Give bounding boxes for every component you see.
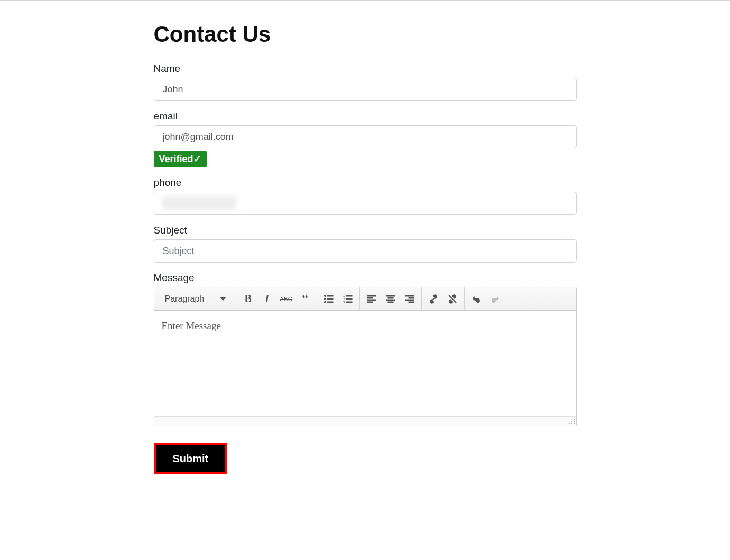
svg-point-4	[325, 301, 326, 303]
rich-text-editor: Paragraph B I ABC “ 123	[154, 287, 577, 426]
numbered-list-button[interactable]: 123	[339, 290, 357, 308]
svg-rect-22	[405, 300, 414, 301]
bold-button[interactable]: B	[239, 290, 257, 308]
bold-icon: B	[245, 293, 252, 305]
strikethrough-icon: ABC	[280, 296, 292, 302]
svg-rect-20	[405, 295, 414, 296]
strikethrough-button[interactable]: ABC	[277, 290, 295, 308]
svg-rect-11	[346, 302, 352, 303]
svg-rect-14	[367, 300, 376, 301]
quote-icon: “	[302, 295, 308, 303]
svg-rect-16	[386, 295, 395, 296]
subject-input[interactable]	[154, 239, 577, 263]
link-button[interactable]	[424, 290, 442, 308]
undo-icon	[471, 294, 482, 304]
bullet-list-button[interactable]	[320, 290, 338, 308]
email-label: email	[154, 110, 577, 122]
editor-statusbar	[154, 416, 576, 426]
message-label: Message	[154, 272, 577, 284]
email-input[interactable]	[154, 125, 577, 148]
svg-rect-1	[327, 295, 333, 296]
bullet-list-icon	[324, 294, 334, 304]
submit-button[interactable]: Submit	[154, 443, 228, 474]
svg-rect-23	[409, 302, 414, 303]
align-left-icon	[366, 294, 377, 304]
redo-button[interactable]	[486, 290, 504, 308]
page-title: Contact Us	[154, 22, 577, 47]
svg-rect-5	[327, 302, 333, 303]
svg-point-2	[325, 298, 326, 300]
message-placeholder: Enter Message	[162, 320, 221, 331]
link-icon	[428, 294, 439, 304]
blockquote-button[interactable]: “	[296, 290, 314, 308]
phone-input[interactable]	[154, 192, 577, 215]
italic-button[interactable]: I	[258, 290, 276, 308]
format-select-label: Paragraph	[165, 294, 205, 304]
subject-label: Subject	[154, 225, 577, 236]
svg-rect-21	[409, 297, 414, 298]
align-left-button[interactable]	[363, 290, 381, 308]
numbered-list-icon: 123	[343, 294, 353, 304]
svg-rect-3	[327, 298, 333, 300]
verified-badge: Verified✓	[154, 151, 207, 167]
align-right-button[interactable]	[401, 290, 419, 308]
phone-label: phone	[154, 177, 577, 189]
svg-rect-15	[367, 302, 373, 303]
resize-grip-icon[interactable]	[568, 417, 575, 425]
align-center-icon	[385, 294, 396, 304]
unlink-icon	[447, 294, 458, 304]
align-center-button[interactable]	[382, 290, 400, 308]
svg-rect-7	[346, 295, 352, 296]
format-select[interactable]: Paragraph	[156, 287, 234, 310]
svg-rect-13	[367, 297, 373, 298]
name-label: Name	[154, 63, 577, 74]
align-right-icon	[404, 294, 415, 304]
svg-text:3: 3	[343, 301, 345, 304]
chevron-down-icon	[220, 297, 226, 301]
redo-icon	[490, 294, 501, 304]
svg-rect-19	[388, 302, 393, 303]
unlink-button[interactable]	[443, 290, 461, 308]
svg-rect-18	[386, 300, 395, 301]
italic-icon: I	[265, 293, 269, 305]
editor-toolbar: Paragraph B I ABC “ 123	[154, 287, 576, 311]
message-editor[interactable]: Enter Message	[154, 311, 576, 416]
svg-rect-17	[388, 297, 393, 298]
svg-rect-12	[367, 295, 376, 296]
svg-point-0	[325, 295, 326, 296]
undo-button[interactable]	[467, 290, 485, 308]
svg-rect-9	[346, 298, 352, 300]
name-input[interactable]	[154, 78, 577, 101]
